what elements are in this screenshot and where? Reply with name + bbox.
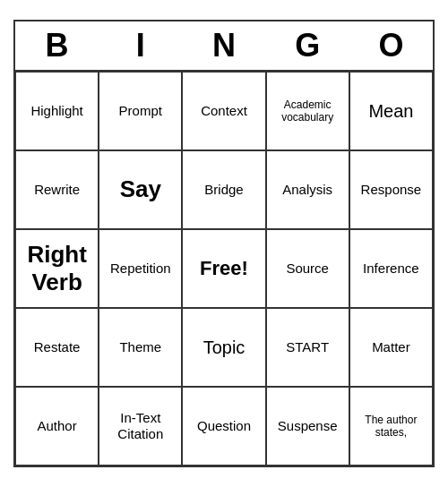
bingo-cell-1: Prompt bbox=[99, 72, 182, 150]
bingo-cell-12: Free! bbox=[182, 229, 265, 308]
bingo-cell-17: Topic bbox=[182, 308, 265, 387]
bingo-grid: HighlightPromptContextAcademic vocabular… bbox=[15, 72, 433, 466]
header-letter-I: I bbox=[99, 21, 182, 70]
header-letter-B: B bbox=[15, 21, 99, 70]
header-letter-G: G bbox=[266, 21, 349, 70]
bingo-cell-16: Theme bbox=[99, 308, 182, 387]
header-letter-N: N bbox=[182, 21, 265, 70]
bingo-header: BINGO bbox=[15, 21, 433, 72]
bingo-cell-5: Rewrite bbox=[15, 150, 99, 229]
bingo-cell-8: Analysis bbox=[266, 150, 349, 229]
bingo-cell-21: In-Text Citation bbox=[99, 387, 182, 466]
bingo-cell-14: Inference bbox=[349, 229, 433, 308]
bingo-cell-19: Matter bbox=[349, 308, 433, 387]
bingo-card: BINGO HighlightPromptContextAcademic voc… bbox=[13, 20, 435, 467]
bingo-cell-20: Author bbox=[15, 387, 99, 466]
bingo-cell-11: Repetition bbox=[99, 229, 182, 308]
bingo-cell-0: Highlight bbox=[15, 72, 99, 150]
bingo-cell-23: Suspense bbox=[266, 387, 349, 466]
bingo-cell-9: Response bbox=[349, 150, 433, 229]
bingo-cell-10: Right Verb bbox=[15, 229, 99, 308]
bingo-cell-7: Bridge bbox=[182, 150, 265, 229]
bingo-cell-22: Question bbox=[182, 387, 265, 466]
bingo-cell-2: Context bbox=[182, 72, 265, 150]
bingo-cell-15: Restate bbox=[15, 308, 99, 387]
header-letter-O: O bbox=[349, 21, 433, 70]
bingo-cell-13: Source bbox=[266, 229, 349, 308]
bingo-cell-6: Say bbox=[99, 150, 182, 229]
bingo-cell-4: Mean bbox=[349, 72, 433, 150]
bingo-cell-3: Academic vocabulary bbox=[266, 72, 349, 150]
bingo-cell-18: START bbox=[266, 308, 349, 387]
bingo-cell-24: The author states, bbox=[349, 387, 433, 466]
